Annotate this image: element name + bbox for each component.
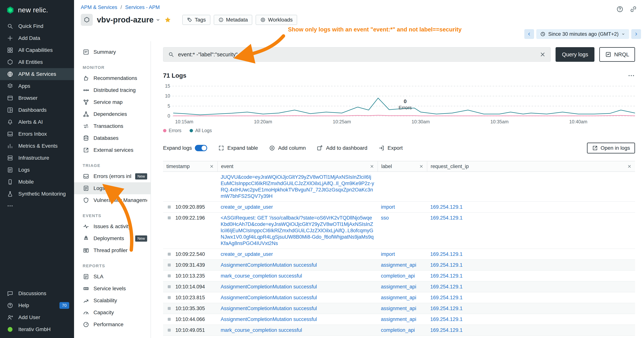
time-back-button[interactable] bbox=[524, 29, 534, 39]
log-ip-link[interactable]: 169.254.129.1 bbox=[430, 251, 462, 257]
log-label-link[interactable]: sso bbox=[381, 215, 389, 221]
legend-all-logs[interactable]: All Logs bbox=[190, 128, 212, 133]
log-label-link[interactable]: import bbox=[381, 204, 395, 210]
time-picker[interactable]: Since 30 minutes ago (GMT+2) bbox=[536, 29, 629, 39]
remove-column-icon[interactable] bbox=[419, 164, 424, 169]
log-ip-link[interactable]: 169.254.129.1 bbox=[430, 327, 462, 333]
row-select-icon[interactable] bbox=[168, 253, 171, 256]
log-row[interactable]: 10:09:22.540 create_or_update_user impor… bbox=[163, 249, 635, 260]
subnav-item[interactable]: External services bbox=[74, 144, 150, 156]
subnav-item[interactable]: Capacity bbox=[74, 306, 150, 318]
log-event-link[interactable]: AssignmentCompletionMutation successful bbox=[221, 262, 317, 268]
log-ip-link[interactable]: 169.254.129.1 bbox=[430, 273, 462, 279]
log-row[interactable]: 10:09:22.196 <ASGIRequest: GET '/sso/cal… bbox=[163, 213, 635, 249]
log-ip-link[interactable]: 169.254.129.1 bbox=[430, 215, 462, 221]
log-label-link[interactable]: assignment_api bbox=[381, 295, 416, 300]
help-circle-icon[interactable] bbox=[616, 5, 624, 13]
log-row[interactable]: 10:10:13.235 mark_course_completion succ… bbox=[163, 271, 635, 281]
nrql-button[interactable]: NRQL bbox=[599, 47, 635, 62]
expand-logs-toggle[interactable] bbox=[195, 145, 207, 151]
log-ip-link[interactable]: 169.254.129.1 bbox=[430, 284, 462, 289]
subnav-item[interactable]: Errors (errors inb... New bbox=[74, 170, 150, 182]
log-label-link[interactable]: assignment_api bbox=[381, 306, 416, 311]
log-row[interactable]: 10:09:20.895 create_or_update_user impor… bbox=[163, 202, 635, 213]
add-to-dashboard-button[interactable]: Add to dashboard bbox=[316, 145, 367, 151]
subnav-item[interactable]: Dependencies bbox=[74, 108, 150, 120]
log-row[interactable]: 10:10:35.305 AssignmentCompletionMutatio… bbox=[163, 303, 635, 314]
row-select-icon[interactable] bbox=[168, 263, 171, 266]
log-label-link[interactable]: assignment_api bbox=[381, 284, 416, 289]
entity-switcher-chevron-down-icon[interactable] bbox=[156, 17, 161, 23]
expand-table-button[interactable]: Expand table bbox=[218, 145, 258, 151]
subnav-item[interactable]: Service levels bbox=[74, 283, 150, 294]
favorite-star-icon[interactable] bbox=[164, 16, 172, 24]
subnav-item[interactable]: Performance bbox=[74, 318, 150, 330]
workloads-button[interactable]: Workloads bbox=[256, 15, 297, 25]
subnav-item[interactable]: Logs bbox=[74, 182, 150, 194]
tags-button[interactable]: Tags bbox=[182, 15, 210, 25]
subnav-item[interactable]: Issues & activity bbox=[74, 220, 150, 232]
log-ip-link[interactable]: 169.254.129.1 bbox=[430, 295, 462, 300]
log-row[interactable]: 10:11:00.311 AssignmentCompletionMutatio… bbox=[163, 336, 635, 338]
sidebar-footer-item[interactable]: Add User bbox=[0, 311, 74, 323]
log-ip-link[interactable]: 169.254.129.1 bbox=[430, 262, 462, 268]
log-row[interactable]: 10:10:49.051 mark_course_completion succ… bbox=[163, 325, 635, 336]
add-column-button[interactable]: Add column bbox=[269, 145, 306, 151]
remove-column-icon[interactable] bbox=[210, 164, 214, 169]
subnav-item[interactable]: Thread profiler bbox=[74, 244, 150, 256]
subnav-item[interactable]: Deployments New bbox=[74, 232, 150, 244]
sidebar-item[interactable]: Quick Find bbox=[0, 20, 74, 32]
legend-errors[interactable]: Errors bbox=[163, 128, 182, 133]
sidebar-item[interactable]: Synthetic Monitoring bbox=[0, 188, 74, 200]
log-ip-link[interactable]: 169.254.129.1 bbox=[430, 306, 462, 311]
log-event-link[interactable]: AssignmentCompletionMutation successful bbox=[221, 295, 317, 300]
expand-logs-control[interactable]: Expand logs bbox=[163, 145, 207, 151]
subnav-item[interactable]: Distributed tracing bbox=[74, 84, 150, 96]
log-event-link[interactable]: AssignmentCompletionMutation successful bbox=[221, 284, 317, 289]
log-ip-link[interactable]: 169.254.129.1 bbox=[430, 204, 462, 210]
sidebar-item[interactable] bbox=[0, 200, 74, 212]
remove-column-icon[interactable] bbox=[627, 164, 632, 169]
log-ip-link[interactable]: 169.254.129.1 bbox=[430, 316, 462, 322]
subnav-item[interactable]: Databases bbox=[74, 132, 150, 144]
log-event-link[interactable]: JUQVU&code=eyJraWQiOiJjcGltY29yZV8wOTl1M… bbox=[221, 174, 374, 199]
time-forward-button[interactable] bbox=[631, 29, 641, 39]
metadata-button[interactable]: Metadata bbox=[214, 15, 252, 25]
sidebar-item[interactable]: Apps bbox=[0, 80, 74, 92]
log-event-link[interactable]: create_or_update_user bbox=[221, 251, 273, 257]
log-event-link[interactable]: mark_course_completion successful bbox=[221, 273, 302, 279]
row-select-icon[interactable] bbox=[168, 296, 171, 299]
export-button[interactable]: Export bbox=[378, 145, 403, 151]
sidebar-item[interactable]: Mobile bbox=[0, 176, 74, 188]
sidebar-item[interactable]: APM & Services bbox=[0, 68, 74, 80]
row-select-icon[interactable] bbox=[168, 274, 171, 277]
log-label-link[interactable]: completion_api bbox=[381, 273, 415, 279]
subnav-item[interactable]: SLA bbox=[74, 271, 150, 283]
sidebar-item[interactable]: All Capabilities bbox=[0, 44, 74, 56]
more-options-icon[interactable] bbox=[628, 72, 635, 79]
sidebar-item[interactable]: Alerts & AI bbox=[0, 116, 74, 128]
breadcrumb-apm-services[interactable]: APM & Services bbox=[81, 5, 117, 10]
row-select-icon[interactable] bbox=[168, 318, 171, 321]
log-row[interactable]: JUQVU&code=eyJraWQiOiJjcGltY29yZV8wOTl1M… bbox=[163, 172, 635, 202]
clear-query-icon[interactable] bbox=[540, 51, 546, 58]
query-logs-button[interactable]: Query logs bbox=[556, 47, 594, 62]
sidebar-item[interactable]: Infrastructure bbox=[0, 152, 74, 164]
log-row[interactable]: 10:10:14.094 AssignmentCompletionMutatio… bbox=[163, 281, 635, 292]
remove-column-icon[interactable] bbox=[370, 164, 374, 169]
sidebar-item[interactable]: Dashboards bbox=[0, 104, 74, 116]
row-select-icon[interactable] bbox=[168, 329, 171, 332]
sidebar-item[interactable]: All Entities bbox=[0, 56, 74, 68]
subnav-item[interactable]: Service map bbox=[74, 96, 150, 108]
sidebar-footer-item[interactable]: Iterativ GmbH bbox=[0, 323, 74, 335]
sidebar-item[interactable]: Errors Inbox bbox=[0, 128, 74, 140]
log-label-link[interactable]: assignment_api bbox=[381, 316, 416, 322]
log-event-link[interactable]: create_or_update_user bbox=[221, 204, 273, 210]
log-event-link[interactable]: AssignmentCompletionMutation successful bbox=[221, 316, 317, 322]
permalink-icon[interactable] bbox=[630, 5, 637, 13]
row-select-icon[interactable] bbox=[168, 285, 171, 288]
sidebar-footer-item[interactable]: Help 70 bbox=[0, 299, 74, 311]
log-row[interactable]: 10:10:44.066 AssignmentCompletionMutatio… bbox=[163, 314, 635, 325]
log-event-link[interactable]: mark_course_completion successful bbox=[221, 327, 302, 333]
log-event-link[interactable]: <ASGIRequest: GET '/sso/callback/?state=… bbox=[221, 215, 374, 246]
